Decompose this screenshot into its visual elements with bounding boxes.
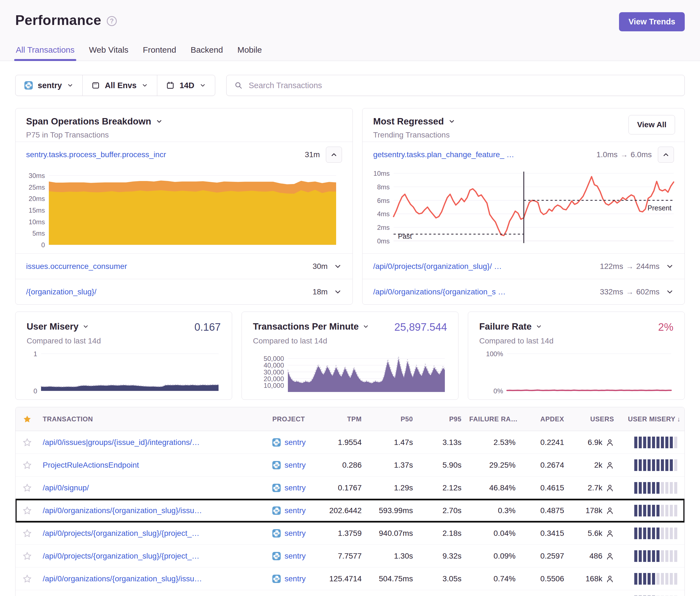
svg-text:8ms: 8ms <box>377 183 390 191</box>
span-operations-chart[interactable]: 30ms25ms20ms15ms10ms5ms0 <box>16 167 352 253</box>
tpm-chart[interactable]: 50,00040,00030,00020,00010,000 <box>253 349 447 397</box>
tab-all-transactions[interactable]: All Transactions <box>15 45 75 61</box>
failure-rate-title-dropdown[interactable]: Failure Rate <box>479 321 542 332</box>
regressed-row-link[interactable]: getsentry.tasks.plan_change_feature_ … <box>373 150 590 159</box>
regressed-row-link[interactable]: /api/0/organizations/{organization_s … <box>373 287 594 296</box>
favorite-star-button[interactable] <box>16 484 39 492</box>
search-icon <box>234 81 243 89</box>
column-header-star[interactable] <box>16 415 39 423</box>
transaction-link[interactable]: /api/0/signup/ <box>39 484 269 492</box>
transaction-link[interactable]: /api/0/organizations/{organization_slug}… <box>39 574 269 583</box>
project-link[interactable]: sentry <box>269 552 321 561</box>
transaction-link[interactable]: /api/0/organizations/{organization_slug}… <box>39 506 269 515</box>
project-link[interactable]: sentry <box>269 529 321 538</box>
environment-filter[interactable]: All Envs <box>82 75 157 96</box>
user-misery-chart[interactable]: 10 <box>27 349 221 397</box>
favorite-star-button[interactable] <box>16 529 39 538</box>
view-trends-button[interactable]: View Trends <box>619 12 685 31</box>
column-header-p95[interactable]: P95 <box>417 415 466 423</box>
span-row-link[interactable]: /{organization_slug}/ <box>26 287 306 296</box>
misery-bar-filled <box>639 459 642 471</box>
chevron-down-icon <box>199 82 206 89</box>
favorite-star-button[interactable] <box>16 574 39 583</box>
column-header-apdex[interactable]: APDEX <box>520 415 568 423</box>
transaction-link[interactable]: /api/0/projects/{organization_slug}/{pro… <box>39 529 269 538</box>
python-project-icon <box>272 461 281 469</box>
project-link[interactable]: sentry <box>269 574 321 583</box>
apdex-value: 0.5506 <box>520 574 568 583</box>
date-range-filter[interactable]: 14D <box>157 75 215 96</box>
column-header-p50[interactable]: P50 <box>366 415 417 423</box>
transaction-link[interactable]: ProjectRuleActionsEndpoint <box>39 461 269 470</box>
collapse-button[interactable] <box>326 147 342 163</box>
favorite-star-button[interactable] <box>16 461 39 470</box>
span-row-value: 31m <box>305 150 320 159</box>
environment-icon <box>92 81 100 89</box>
collapse-button[interactable] <box>658 147 674 163</box>
table-row: /api/0/signup/sentry0.17671.29s2.12s46.8… <box>16 476 684 499</box>
view-all-button[interactable]: View All <box>628 115 675 134</box>
expand-button[interactable] <box>666 262 674 270</box>
misery-bar-filled <box>661 459 664 471</box>
svg-text:10,000: 10,000 <box>264 382 284 389</box>
expand-button[interactable] <box>666 288 674 296</box>
misery-bar-filled <box>648 527 651 539</box>
column-header-transaction[interactable]: TRANSACTION <box>39 415 269 423</box>
svg-text:0%: 0% <box>493 387 503 395</box>
project-link[interactable]: sentry <box>269 506 321 515</box>
column-header-project[interactable]: PROJECT <box>269 415 321 423</box>
project-filter[interactable]: sentry <box>16 75 82 96</box>
user-misery-title-dropdown[interactable]: User Misery <box>27 321 89 332</box>
favorite-star-button[interactable] <box>16 438 39 447</box>
apdex-value: 0.3415 <box>520 529 568 538</box>
misery-bar-filled <box>656 437 659 448</box>
column-header-failure_rate[interactable]: FAILURE RA… <box>466 415 520 423</box>
column-header-tpm[interactable]: TPM <box>321 415 366 423</box>
svg-text:15ms: 15ms <box>29 207 45 214</box>
project-link[interactable]: sentry <box>269 461 321 470</box>
table-row: /api/0/projects/{organization_slug}/{pro… <box>16 545 684 567</box>
expand-button[interactable] <box>334 262 342 270</box>
column-header-user_misery[interactable]: USER MISERY↓ <box>618 415 684 423</box>
span-row-link[interactable]: sentry.tasks.process_buffer.process_incr <box>26 150 299 159</box>
regressed-row-link[interactable]: /api/0/projects/{organization_slug}/ … <box>373 262 594 271</box>
table-row <box>16 590 684 596</box>
tpm-title-dropdown[interactable]: Transactions Per Minute <box>253 321 369 332</box>
tab-mobile[interactable]: Mobile <box>237 45 262 61</box>
misery-bar-empty <box>674 437 677 448</box>
search-bar <box>226 75 685 96</box>
misery-bar-filled <box>639 550 642 562</box>
project-link[interactable]: sentry <box>269 438 321 447</box>
help-icon[interactable]: ? <box>107 16 117 26</box>
tab-backend[interactable]: Backend <box>190 45 224 61</box>
transaction-link[interactable]: /api/0/projects/{organization_slug}/{pro… <box>39 552 269 561</box>
chevron-down-icon <box>67 82 74 89</box>
misery-bar-empty <box>661 550 664 562</box>
apdex-value: 0.4615 <box>520 484 568 492</box>
span-row-link[interactable]: issues.occurrence_consumer <box>26 262 306 271</box>
svg-text:25ms: 25ms <box>29 183 45 191</box>
search-input[interactable] <box>248 81 677 90</box>
misery-bar-filled <box>634 527 637 539</box>
favorite-star-button[interactable] <box>16 506 39 515</box>
regressed-row: /api/0/projects/{organization_slug}/ … 1… <box>362 253 684 279</box>
misery-bar-empty <box>665 527 668 539</box>
failure-rate-chart[interactable]: 100%0% <box>479 349 673 397</box>
favorite-star-button[interactable] <box>16 552 39 561</box>
sort-desc-icon: ↓ <box>677 415 681 423</box>
expand-button[interactable] <box>334 288 342 296</box>
tab-frontend[interactable]: Frontend <box>142 45 177 61</box>
python-project-icon <box>272 507 281 515</box>
span-operations-title-dropdown[interactable]: Span Operations Breakdown <box>26 116 342 127</box>
project-link[interactable]: sentry <box>269 484 321 492</box>
tab-web-vitals[interactable]: Web Vitals <box>89 45 129 61</box>
most-regressed-chart[interactable]: 10ms8ms6ms4ms2ms0msPastPresent <box>362 167 684 253</box>
failure_rate-value: 0.74% <box>466 574 520 583</box>
misery-bar-filled <box>652 482 655 494</box>
column-header-users[interactable]: USERS <box>568 415 618 423</box>
table-row: /api/0/organizations/{organization_slug}… <box>16 567 684 590</box>
p50-value: 940.07ms <box>366 529 417 538</box>
chevron-up-icon <box>662 151 670 159</box>
transaction-link[interactable]: /api/0/issues|groups/{issue_id}/integrat… <box>39 438 269 447</box>
misery-bar-filled <box>652 437 655 448</box>
